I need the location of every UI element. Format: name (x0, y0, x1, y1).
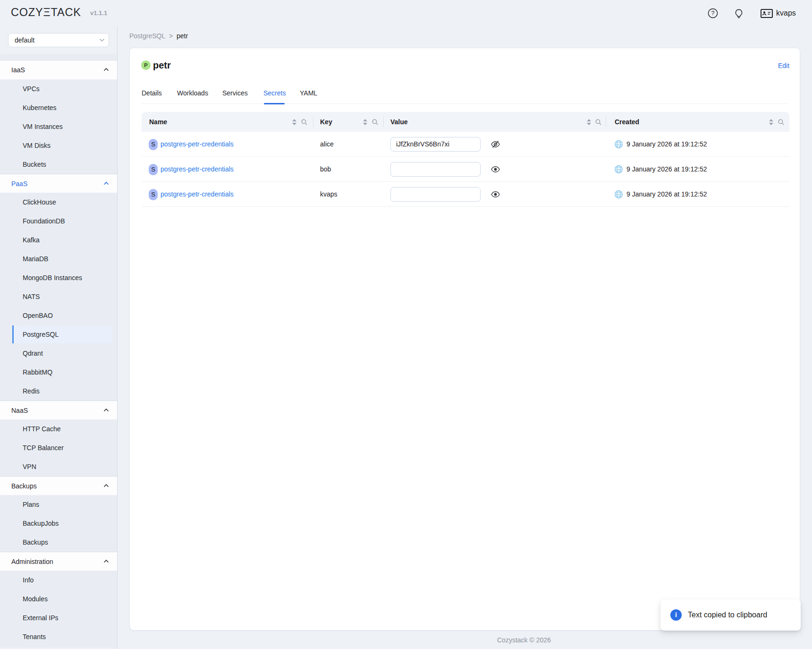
svg-text:?: ? (711, 10, 715, 17)
